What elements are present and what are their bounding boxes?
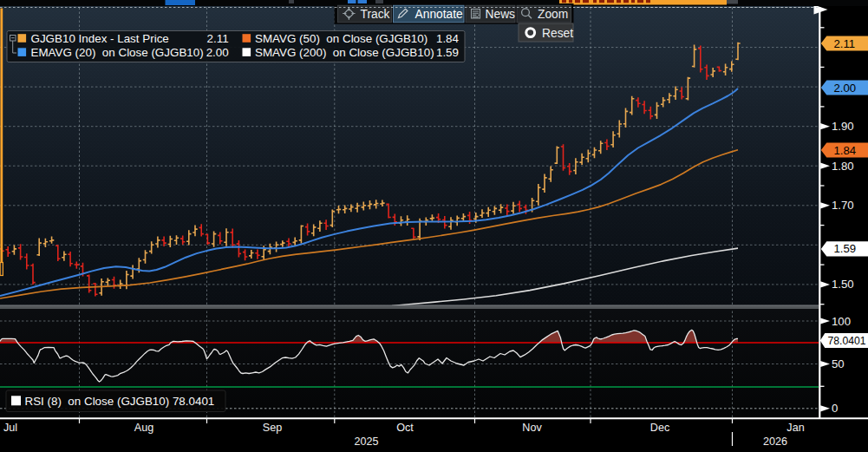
svg-text:1.50: 1.50: [832, 278, 854, 291]
svg-text:RSI (8) on Close (GJGB10) 78.: RSI (8) on Close (GJGB10) 78.0401: [25, 395, 215, 408]
svg-text:2025: 2025: [354, 436, 378, 448]
svg-text:0: 0: [832, 402, 838, 415]
svg-text:GJGB10 Index - Last Price: GJGB10 Index - Last Price: [31, 32, 169, 45]
svg-text:Annotate: Annotate: [415, 8, 464, 21]
svg-text:2.11: 2.11: [207, 32, 229, 45]
svg-text:1.59: 1.59: [834, 242, 857, 255]
svg-text:2.11: 2.11: [834, 37, 856, 50]
svg-text:2.00: 2.00: [206, 46, 229, 59]
svg-text:Zoom: Zoom: [538, 8, 568, 21]
svg-text:EMAVG (20) on Close (GJGB10): EMAVG (20) on Close (GJGB10): [31, 46, 204, 59]
svg-text:1.70: 1.70: [832, 199, 854, 212]
svg-text:News: News: [486, 8, 516, 21]
svg-text:Track: Track: [361, 8, 390, 21]
svg-text:Sep: Sep: [263, 422, 282, 434]
svg-text:SMAVG (50) on Close (GJGB10): SMAVG (50) on Close (GJGB10): [255, 32, 427, 45]
svg-text:Oct: Oct: [396, 422, 414, 434]
svg-text:50: 50: [832, 357, 845, 370]
svg-text:Jan: Jan: [786, 422, 804, 434]
svg-text:Dec: Dec: [650, 422, 669, 434]
svg-text:1.80: 1.80: [832, 160, 854, 173]
svg-text:78.0401: 78.0401: [828, 335, 866, 347]
svg-text:1.90: 1.90: [832, 120, 854, 133]
svg-text:SMAVG (200) on Close (GJGB10): SMAVG (200) on Close (GJGB10): [255, 46, 434, 59]
svg-text:Aug: Aug: [134, 422, 153, 434]
svg-text:1.59: 1.59: [436, 46, 459, 59]
svg-text:2026: 2026: [763, 436, 787, 448]
svg-text:1.84: 1.84: [436, 32, 460, 45]
svg-text:1.84: 1.84: [834, 144, 857, 157]
svg-text:2.00: 2.00: [834, 82, 857, 95]
svg-text:Jul: Jul: [3, 422, 17, 434]
svg-text:Reset: Reset: [542, 27, 573, 40]
svg-text:100: 100: [832, 315, 851, 328]
svg-text:Nov: Nov: [522, 422, 542, 434]
